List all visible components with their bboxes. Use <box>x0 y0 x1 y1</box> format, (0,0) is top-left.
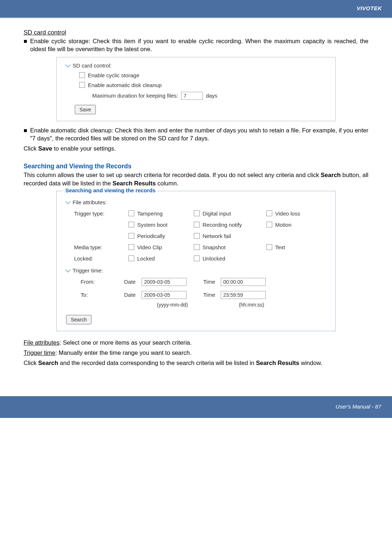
page-content: SD card control ■ Enable cyclic storage:… <box>0 18 392 367</box>
chevron-down-icon <box>66 267 73 274</box>
to-date-label: Date <box>124 292 142 298</box>
footer-bar: User's Manual - 87 <box>0 396 392 418</box>
system-boot-checkbox[interactable] <box>128 222 134 227</box>
network-fail-label: Network fail <box>203 233 231 239</box>
periodically-checkbox[interactable] <box>128 233 134 239</box>
enable-cleanup-row: Enable automatic disk cleanup <box>79 82 326 88</box>
network-fail-checkbox[interactable] <box>194 233 200 239</box>
date-format-hint: (yyyy-mm-dd) <box>142 302 203 308</box>
text-label: Text <box>275 244 285 250</box>
search-intro: This column allows the user to set up se… <box>24 171 368 187</box>
from-time-input[interactable]: 00:00:00 <box>221 278 266 286</box>
bullet-icon: ■ <box>24 126 30 143</box>
video-clip-label: Video Clip <box>137 244 162 250</box>
search-button[interactable]: Search <box>66 315 91 324</box>
enable-cleanup-checkbox[interactable] <box>79 82 85 88</box>
motion-checkbox[interactable] <box>266 222 272 227</box>
search-section-title: Searching and Viewing the Records <box>24 163 368 170</box>
unlocked-checkbox[interactable] <box>194 255 200 261</box>
video-loss-label: Video loss <box>275 210 300 217</box>
locked-option-label: Locked <box>137 255 155 262</box>
search-records-panel: Searching and viewing the records File a… <box>56 191 336 331</box>
click-save-line: Click Save to enable your settings. <box>24 144 368 152</box>
sd-control-title: SD card control: <box>66 62 326 69</box>
chevron-down-icon <box>66 62 73 69</box>
header-bar: VIVOTEK <box>0 0 392 17</box>
file-attributes-line: File attributes: Select one or more item… <box>24 338 368 346</box>
save-button[interactable]: Save <box>75 105 96 114</box>
trigger-time-header: Trigger time: <box>66 267 326 274</box>
sd-heading: SD card control <box>24 29 368 36</box>
file-attributes-header: File attributes: <box>66 199 326 205</box>
tampering-checkbox[interactable] <box>128 210 134 216</box>
locked-checkbox[interactable] <box>128 255 134 261</box>
chevron-down-icon <box>66 199 73 205</box>
video-clip-checkbox[interactable] <box>128 244 134 250</box>
snapshot-checkbox[interactable] <box>194 244 200 250</box>
records-legend: Searching and viewing the records <box>63 187 158 193</box>
final-line: Click Search and the recorded data corre… <box>24 359 368 367</box>
digital-input-checkbox[interactable] <box>194 210 200 216</box>
enable-cleanup-label: Enable automatic disk cleanup <box>88 82 162 88</box>
max-duration-label: Maximum duration for keeping files: <box>92 93 178 99</box>
system-boot-label: System boot <box>137 222 167 228</box>
enable-cyclic-row: Enable cyclic storage <box>79 72 326 78</box>
max-duration-row: Maximum duration for keeping files: 7 da… <box>92 92 326 100</box>
motion-label: Motion <box>275 222 291 228</box>
footer-text: User's Manual - 87 <box>336 403 381 410</box>
enable-cyclic-checkbox[interactable] <box>79 72 85 78</box>
sd-bullet-1-text: Enable cyclic storage: Check this item i… <box>30 37 368 53</box>
enable-cyclic-label: Enable cyclic storage <box>88 72 139 78</box>
sd-bullet-1: ■ Enable cyclic storage: Check this item… <box>24 37 368 53</box>
from-time-label: Time <box>203 279 221 285</box>
text-checkbox[interactable] <box>266 244 272 250</box>
brand-label: VIVOTEK <box>357 5 382 11</box>
digital-input-label: Digital input <box>203 210 231 217</box>
snapshot-label: Snapshot <box>203 244 225 250</box>
sd-control-panel: SD card control: Enable cyclic storage E… <box>56 57 336 121</box>
sd-bullet-2-text: Enable automatic disk cleanup: Check thi… <box>30 126 368 143</box>
to-time-label: Time <box>203 292 221 298</box>
from-date-label: Date <box>124 279 142 285</box>
trigger-type-label: Trigger type: <box>74 210 128 217</box>
tampering-label: Tampering <box>137 210 163 217</box>
video-loss-checkbox[interactable] <box>266 210 272 216</box>
recording-notify-label: Recording notify <box>203 222 242 228</box>
to-label: To: <box>81 292 124 298</box>
bullet-icon: ■ <box>24 37 30 53</box>
to-time-input[interactable]: 23:59:59 <box>221 291 266 299</box>
periodically-label: Periodically <box>137 233 165 239</box>
time-format-hint: (hh:mm:ss) <box>221 302 282 308</box>
sd-bullet-2: ■ Enable automatic disk cleanup: Check t… <box>24 126 368 143</box>
max-duration-unit: days <box>206 93 217 99</box>
from-label: From: <box>81 279 124 285</box>
recording-notify-checkbox[interactable] <box>194 222 200 227</box>
from-date-input[interactable]: 2009-03-05 <box>142 278 187 286</box>
locked-label: Locked: <box>74 255 128 262</box>
max-duration-input[interactable]: 7 <box>181 92 203 100</box>
to-date-input[interactable]: 2009-03-05 <box>142 291 187 299</box>
trigger-time-line: Trigger time: Manually enter the time ra… <box>24 349 368 357</box>
media-type-label: Media type: <box>74 244 128 250</box>
unlocked-option-label: Unlocked <box>203 255 225 262</box>
